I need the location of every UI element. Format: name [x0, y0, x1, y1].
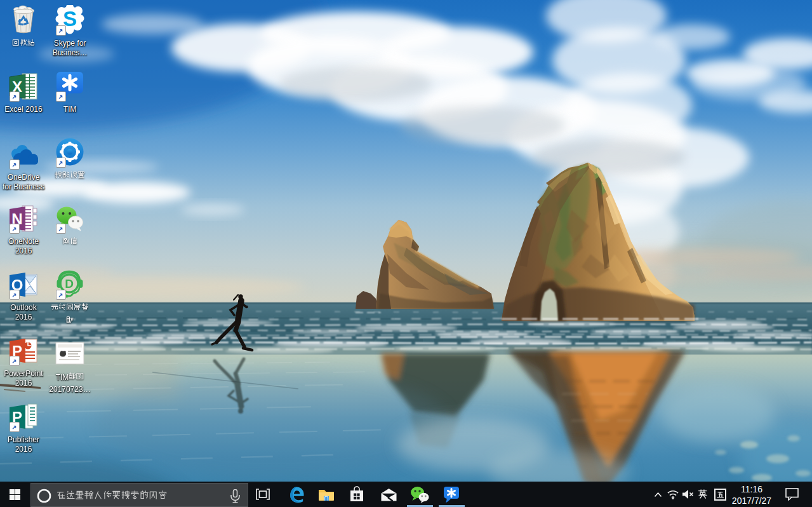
- svg-text:D: D: [65, 277, 74, 290]
